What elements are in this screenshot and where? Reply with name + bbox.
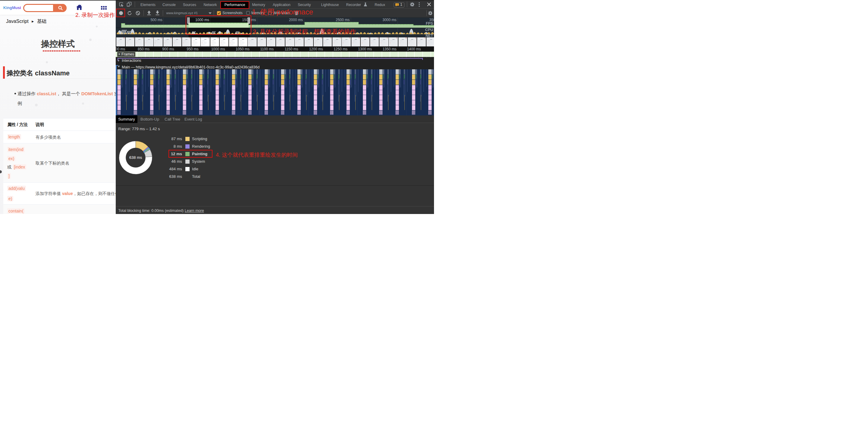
svg-text:500 ms: 500 ms — [150, 18, 162, 22]
svg-text:950 ms: 950 ms — [187, 47, 198, 51]
svg-text:Frames: Frames — [121, 52, 134, 56]
svg-text:CPU: CPU — [425, 28, 433, 32]
svg-text:1000 ms: 1000 ms — [211, 47, 225, 51]
svg-text:NET: NET — [426, 34, 433, 37]
svg-text:2500 ms: 2500 ms — [336, 18, 350, 22]
svg-text:1300 ms: 1300 ms — [358, 47, 372, 51]
svg-text:800 ms: 800 ms — [116, 47, 125, 51]
svg-text:1400 ms: 1400 ms — [407, 47, 421, 51]
svg-text:1350 ms: 1350 ms — [382, 47, 396, 51]
svg-text:1250 ms: 1250 ms — [334, 47, 347, 51]
svg-text:2000 ms: 2000 ms — [289, 18, 303, 22]
svg-text:1200 ms: 1200 ms — [309, 47, 323, 51]
svg-text:1050 ms: 1050 ms — [236, 47, 250, 51]
svg-text:900 ms: 900 ms — [162, 47, 174, 51]
svg-text:3000 ms: 3000 ms — [382, 18, 396, 22]
svg-text:FPS: FPS — [426, 22, 433, 26]
svg-text:850 ms: 850 ms — [138, 47, 150, 51]
svg-text:1150 ms: 1150 ms — [284, 47, 298, 51]
svg-text:1100 ms: 1100 ms — [260, 47, 274, 51]
svg-text:Interactions: Interactions — [122, 59, 141, 63]
